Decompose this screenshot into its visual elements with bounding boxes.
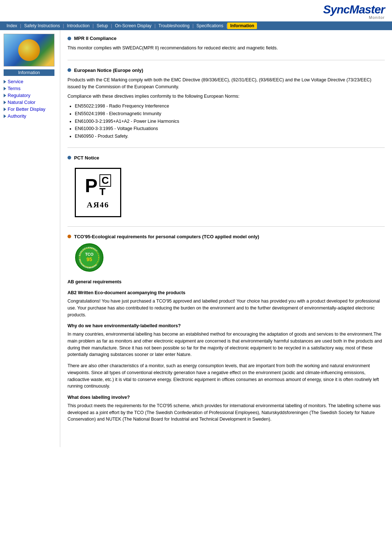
brand-sub: Monitor (369, 15, 385, 20)
arrow-icon (4, 101, 6, 104)
content-area: MPR II Compliance This monitor complies … (60, 30, 392, 447)
section-european-header: European Notice (Europe only) (68, 68, 385, 73)
bullet-dot-tco (68, 235, 71, 238)
bullet-dot-pct (68, 156, 71, 159)
svg-text:95: 95 (86, 256, 92, 262)
sidebar-image (4, 34, 54, 66)
mpr-text: This monitor complies with SWEDAC(MPR II… (68, 45, 385, 52)
section-pct: PCT Notice P C T АЯ46 (68, 155, 385, 227)
tco-logo-svg: ECOLOGY•ENERGY ECONOMICS•EMISSIONS TCO 9… (75, 243, 104, 272)
european-para2: Compliance with these directives implies… (68, 93, 385, 100)
sidebar-link-service[interactable]: Service (8, 79, 23, 84)
page-header: SyncMaster Monitor (0, 0, 392, 21)
arrow-icon (4, 87, 6, 90)
pct-symbol: P C T (85, 174, 111, 197)
sidebar-link-authority[interactable]: Authority (8, 113, 26, 119)
navbar: Index | Safety Instructions | Introducti… (0, 21, 392, 30)
pct-text: АЯ46 (85, 199, 111, 211)
sidebar-item-authority[interactable]: Authority (4, 113, 60, 119)
section-european-body: Products with the CE Marking comply with… (68, 77, 385, 140)
section-tco-title: TCO'95-Ecological requirements for perso… (74, 234, 259, 239)
svg-text:TCO: TCO (85, 252, 94, 256)
list-item: EN60950 - Product Safety. (75, 133, 385, 140)
nav-safety[interactable]: Safety Instructions (21, 23, 63, 29)
nav-information[interactable]: Information (227, 23, 257, 29)
list-item: EN55024:1998 - Electromagnetic Immunity (75, 110, 385, 117)
section-tco-header: TCO'95-Ecological requirements for perso… (68, 234, 385, 239)
nav-specs[interactable]: Specifications (193, 23, 226, 29)
section-pct-title: PCT Notice (74, 155, 99, 161)
tco-sub-why: Why do we have environmentally-labelled … (68, 323, 385, 358)
nav-troubleshoot[interactable]: Troubleshooting (156, 23, 193, 29)
tco-ab2-body: Congratulations! You have just purchased… (68, 298, 385, 318)
list-item: EN61000-3-2:1995+A1+A2 - Power Line Harm… (75, 118, 385, 125)
sidebar: Information Service Terms Regulatory Nat… (0, 30, 60, 447)
tco-labelling-title: What does labelling involve? (68, 394, 385, 401)
sidebar-link-better-display[interactable]: For Better Display (8, 106, 45, 112)
nav-setup[interactable]: Setup (94, 23, 111, 29)
list-item: EN61000-3-3:1995 - Voltage Fluctuations (75, 125, 385, 132)
section-tco: TCO'95-Ecological requirements for perso… (68, 234, 385, 433)
tco-labelling-body: This product meets the requirements for … (68, 402, 385, 423)
pct-letter-c: C (99, 174, 111, 187)
tco-sub-also: There are also other characteristics of … (68, 362, 385, 390)
main-layout: Information Service Terms Regulatory Nat… (0, 30, 392, 447)
tco-also-body: There are also other characteristics of … (68, 362, 385, 390)
bullet-dot-european (68, 68, 71, 72)
arrow-icon (4, 80, 6, 84)
sidebar-link-terms[interactable]: Terms (8, 86, 20, 91)
arrow-icon (4, 108, 6, 111)
sidebar-item-better-display[interactable]: For Better Display (4, 106, 60, 112)
european-list: EN55022:1998 - Radio Frequency Interfere… (68, 103, 385, 140)
pct-letter-t: T (99, 187, 106, 197)
sidebar-item-service[interactable]: Service (4, 79, 60, 84)
sidebar-flower (18, 39, 40, 61)
tco-sub-labelling: What does labelling involve? This produc… (68, 394, 385, 423)
european-para1: Products with the CE Marking comply with… (68, 77, 385, 90)
tco-ab2-title: AB2 Written Eco-document acompanying the… (68, 289, 385, 296)
pct-logo-box: P C T АЯ46 (75, 168, 121, 217)
section-european-title: European Notice (Europe only) (74, 68, 143, 73)
arrow-icon (4, 94, 6, 97)
tco-why-title: Why do we have environmentally-labelled … (68, 323, 385, 329)
sidebar-item-regulatory[interactable]: Regulatory (4, 93, 60, 98)
sidebar-link-natural-color[interactable]: Natural Color (8, 100, 36, 105)
tco-why-body: In many countries, environmental labelli… (68, 331, 385, 358)
section-mpr: MPR II Compliance This monitor complies … (68, 36, 385, 60)
sidebar-item-terms[interactable]: Terms (4, 86, 60, 91)
tco-sub-ab2: AB2 Written Eco-document acompanying the… (68, 289, 385, 318)
tco-ab-title: AB general requirements (68, 279, 385, 285)
sidebar-nav: Service Terms Regulatory Natural Color F… (4, 79, 60, 119)
nav-intro[interactable]: Introduction (64, 23, 93, 29)
section-mpr-header: MPR II Compliance (68, 36, 385, 41)
list-item: EN55022:1998 - Radio Frequency Interfere… (75, 103, 385, 110)
tco-logo-container: ECOLOGY•ENERGY ECONOMICS•EMISSIONS TCO 9… (75, 243, 385, 274)
section-pct-body: P C T АЯ46 (68, 164, 385, 221)
section-mpr-title: MPR II Compliance (74, 36, 117, 41)
nav-osd[interactable]: On-Screen Display (112, 23, 155, 29)
section-pct-header: PCT Notice (68, 155, 385, 161)
sidebar-link-regulatory[interactable]: Regulatory (8, 93, 30, 98)
section-european: European Notice (Europe only) Products w… (68, 68, 385, 148)
pct-ct-group: C T (99, 174, 111, 197)
section-tco-body: ECOLOGY•ENERGY ECONOMICS•EMISSIONS TCO 9… (68, 243, 385, 423)
tco-sub-ab-general: AB general requirements (68, 279, 385, 285)
brand-name: SyncMaster (323, 4, 385, 15)
nav-index[interactable]: Index (4, 23, 20, 29)
sidebar-section-label: Information (4, 69, 54, 76)
brand-logo: SyncMaster Monitor (323, 4, 385, 20)
bullet-dot-mpr (68, 37, 71, 40)
section-mpr-body: This monitor complies with SWEDAC(MPR II… (68, 45, 385, 52)
sidebar-item-natural-color[interactable]: Natural Color (4, 100, 60, 105)
pct-letter-p: P (85, 176, 98, 195)
arrow-icon (4, 114, 6, 118)
